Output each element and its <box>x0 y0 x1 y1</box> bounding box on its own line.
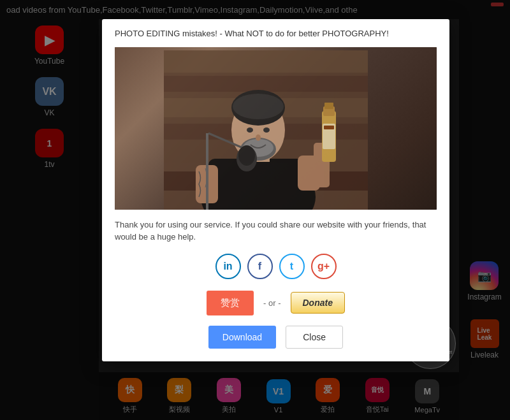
svg-rect-8 <box>208 159 310 210</box>
facebook-button[interactable]: f <box>247 254 273 279</box>
svg-rect-25 <box>324 126 334 129</box>
modal-thumbnail <box>115 47 437 210</box>
download-button[interactable]: Download <box>208 326 276 349</box>
linkedin-button[interactable]: in <box>215 254 241 279</box>
thumbnail-image <box>115 47 437 210</box>
twitter-button[interactable]: t <box>279 254 305 279</box>
svg-point-16 <box>263 127 270 133</box>
modal-dialog: PHOTO EDITING mistakes! - What NOT to do… <box>102 19 449 361</box>
svg-rect-1 <box>164 50 368 73</box>
action-row: 赞赏 - or - Donate <box>115 291 437 315</box>
close-button[interactable]: Close <box>286 326 343 349</box>
gplus-button[interactable]: g+ <box>311 254 337 279</box>
svg-point-15 <box>247 127 253 133</box>
zanshang-button[interactable]: 赞赏 <box>207 291 254 315</box>
modal-title: PHOTO EDITING mistakes! - What NOT to do… <box>115 29 437 40</box>
or-text: - or - <box>263 298 280 308</box>
svg-point-17 <box>256 134 261 141</box>
svg-rect-23 <box>324 103 333 109</box>
donate-button[interactable]: Donate <box>291 292 345 314</box>
bottom-row: Download Close <box>115 326 437 349</box>
thumbnail-svg <box>164 50 368 210</box>
svg-point-12 <box>233 94 284 119</box>
social-row: in f t g+ <box>115 254 437 279</box>
svg-point-29 <box>238 145 255 166</box>
modal-body-text: Thank you for using our service. If you … <box>115 219 437 243</box>
svg-rect-2 <box>164 76 368 92</box>
